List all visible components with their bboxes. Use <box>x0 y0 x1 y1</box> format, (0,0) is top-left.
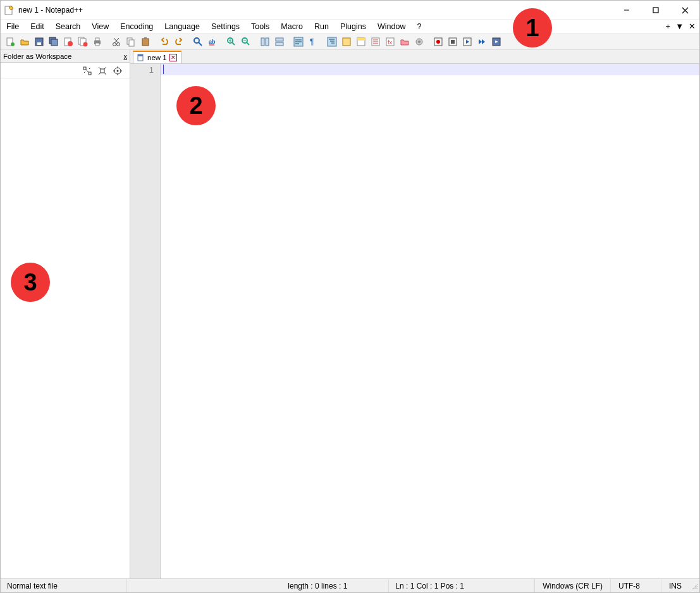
new-file-icon[interactable] <box>3 35 17 49</box>
monitor-icon[interactable] <box>412 35 426 49</box>
open-file-icon[interactable] <box>18 35 32 49</box>
svg-line-22 <box>114 38 118 43</box>
toolbar: ab ¶ fx <box>1 34 699 50</box>
svg-point-71 <box>117 70 119 72</box>
menu-help[interactable]: ? <box>411 20 427 33</box>
print-icon[interactable] <box>90 35 104 49</box>
dropdown-icon[interactable]: ▼ <box>675 22 684 31</box>
editor-area: 1 <box>130 64 699 578</box>
svg-point-27 <box>194 38 199 43</box>
menu-encoding[interactable]: Encoding <box>114 20 159 33</box>
svg-point-12 <box>68 41 73 46</box>
svg-text:fx: fx <box>388 39 393 46</box>
svg-point-15 <box>83 42 88 46</box>
tab-new1[interactable]: new 1 ✕ <box>133 51 181 63</box>
svg-point-6 <box>11 42 15 46</box>
line-gutter: 1 <box>130 64 161 578</box>
indent-guide-icon[interactable] <box>325 35 339 49</box>
window-title: new 1 - Notepad++ <box>18 6 83 15</box>
zoom-in-icon[interactable] <box>224 35 238 49</box>
tab-close-icon[interactable]: ✕ <box>169 54 177 61</box>
replace-icon[interactable]: ab <box>206 35 219 49</box>
svg-rect-18 <box>95 43 99 46</box>
status-eol[interactable]: Windows (CR LF) <box>534 579 610 592</box>
play-macro-icon[interactable] <box>460 35 474 49</box>
svg-rect-25 <box>142 39 149 46</box>
svg-rect-77 <box>138 54 143 56</box>
record-macro-icon[interactable] <box>431 35 445 49</box>
menu-right-extras: + ▼ ✕ <box>666 22 696 31</box>
maximize-button[interactable] <box>641 1 670 20</box>
svg-rect-38 <box>266 38 269 46</box>
svg-point-60 <box>418 41 421 43</box>
menu-language[interactable]: Language <box>159 20 206 33</box>
svg-rect-8 <box>37 42 41 45</box>
text-caret <box>163 65 164 74</box>
panel-close-icon[interactable]: x <box>124 53 128 60</box>
plus-icon[interactable]: + <box>666 22 671 31</box>
window-buttons <box>612 1 699 20</box>
svg-rect-46 <box>328 37 336 46</box>
menu-settings[interactable]: Settings <box>206 20 245 33</box>
svg-rect-37 <box>261 38 264 46</box>
menu-edit[interactable]: Edit <box>25 20 50 33</box>
cut-icon[interactable] <box>109 35 123 49</box>
menu-plugins[interactable]: Plugins <box>335 20 372 33</box>
lang-udl-icon[interactable] <box>340 35 353 49</box>
menu-macro[interactable]: Macro <box>275 20 309 33</box>
collapse-all-icon[interactable] <box>97 65 108 77</box>
app-window: new 1 - Notepad++ File Edit Search View … <box>0 0 700 593</box>
app-icon <box>4 5 15 15</box>
text-editor[interactable] <box>161 64 699 578</box>
resize-grip-icon[interactable] <box>689 581 699 591</box>
panel-header: Folder as Workspace x <box>1 50 130 63</box>
menu-search[interactable]: Search <box>50 20 87 33</box>
svg-rect-69 <box>101 69 104 73</box>
annotation-badge-2: 2 <box>176 86 216 125</box>
panel-toolbar <box>1 63 130 79</box>
redo-icon[interactable] <box>172 35 186 49</box>
panel-body[interactable] <box>1 79 130 578</box>
sync-horizontal-icon[interactable] <box>273 35 286 49</box>
status-length-lines: length : 0 lines : 1 <box>281 579 389 592</box>
svg-rect-24 <box>129 40 134 46</box>
close-all-icon[interactable] <box>76 35 90 49</box>
minimize-button[interactable] <box>612 1 641 20</box>
status-mode[interactable]: INS <box>661 579 689 592</box>
menu-file[interactable]: File <box>1 20 25 33</box>
menu-window[interactable]: Window <box>372 20 411 33</box>
menu-view[interactable]: View <box>86 20 114 33</box>
sync-vertical-icon[interactable] <box>258 35 272 49</box>
copy-icon[interactable] <box>124 35 138 49</box>
show-all-chars-icon[interactable]: ¶ <box>306 35 320 49</box>
doc-map-icon[interactable] <box>354 35 368 49</box>
expand-all-icon[interactable] <box>82 65 93 77</box>
close-file-icon[interactable] <box>61 35 75 49</box>
folder-workspace-icon[interactable] <box>398 35 412 49</box>
current-line-highlight <box>161 64 699 75</box>
menu-run[interactable]: Run <box>309 20 335 33</box>
doc-list-icon[interactable] <box>369 35 383 49</box>
locate-file-icon[interactable] <box>112 65 123 77</box>
tabbar: new 1 ✕ <box>130 50 699 64</box>
zoom-out-icon[interactable] <box>239 35 253 49</box>
svg-rect-64 <box>451 40 455 44</box>
svg-text:ab: ab <box>209 39 216 45</box>
menu-tools[interactable]: Tools <box>245 20 275 33</box>
annotation-badge-1: 1 <box>513 8 552 47</box>
status-encoding[interactable]: UTF-8 <box>610 579 661 592</box>
svg-text:¶: ¶ <box>310 37 314 46</box>
editor-pane: new 1 ✕ 1 <box>130 50 699 578</box>
save-icon[interactable] <box>32 35 46 49</box>
undo-icon[interactable] <box>157 35 171 49</box>
find-icon[interactable] <box>191 35 205 49</box>
play-multi-icon[interactable] <box>475 35 489 49</box>
save-all-icon[interactable] <box>47 35 61 49</box>
save-macro-icon[interactable] <box>489 35 503 49</box>
paste-icon[interactable] <box>138 35 152 49</box>
stop-macro-icon[interactable] <box>446 35 460 49</box>
menu-close-icon[interactable]: ✕ <box>689 22 696 31</box>
word-wrap-icon[interactable] <box>292 35 305 49</box>
close-button[interactable] <box>670 1 699 20</box>
func-list-icon[interactable]: fx <box>383 35 397 49</box>
